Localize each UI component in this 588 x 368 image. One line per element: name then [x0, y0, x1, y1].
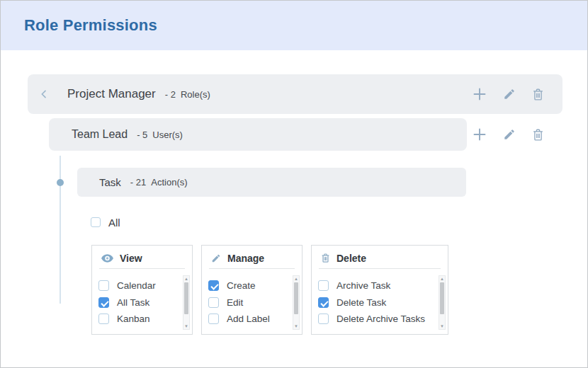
scroll-up-icon[interactable]: ▲: [439, 276, 445, 282]
scroll-up-icon[interactable]: ▲: [293, 276, 299, 282]
permission-item[interactable]: Archive Task: [318, 277, 448, 294]
role-row-actions: [473, 74, 544, 114]
entity-count-unit: Action(s): [151, 177, 187, 188]
scroll-down-icon[interactable]: ▼: [293, 323, 299, 329]
card-header: View: [99, 246, 185, 269]
card-body: Create Edit Add Label ▲ ▼: [202, 272, 302, 334]
scroll-down-icon[interactable]: ▼: [439, 323, 445, 329]
permission-item[interactable]: Kanban: [98, 311, 192, 328]
permission-item[interactable]: Create: [208, 277, 302, 294]
permission-item-label: Calendar: [117, 280, 156, 291]
checkbox-unchecked[interactable]: [208, 297, 219, 308]
permission-item-label: Edit: [227, 297, 243, 308]
scrollbar-thumb[interactable]: [184, 282, 188, 314]
permission-item[interactable]: Edit: [208, 294, 302, 311]
checkbox-checked[interactable]: [208, 280, 219, 291]
permission-item[interactable]: Calendar: [98, 277, 192, 294]
page-title: Role Permissions: [24, 1, 157, 50]
scrollbar-thumb[interactable]: [440, 282, 444, 314]
permission-item-label: Archive Task: [337, 280, 390, 291]
trash-icon[interactable]: [532, 128, 544, 142]
pencil-icon: [211, 253, 221, 263]
plus-icon[interactable]: [473, 87, 487, 101]
scrollbar[interactable]: ▲ ▼: [183, 275, 190, 330]
card-title: Manage: [227, 253, 264, 264]
user-count: - 5: [137, 130, 147, 140]
card-title: Delete: [337, 253, 366, 264]
header-bar: Role Permissions: [1, 1, 587, 50]
permission-card-manage: Manage Create Edit Add Label ▲ ▼: [201, 245, 303, 335]
permission-card-delete: Delete Archive Task Delete Task Delete A…: [311, 245, 448, 335]
role-count: - 2: [165, 89, 176, 100]
select-all-row[interactable]: All: [91, 212, 120, 232]
scrollbar-thumb[interactable]: [294, 282, 298, 314]
plus-icon[interactable]: [473, 127, 487, 142]
permission-item-label: All Task: [117, 297, 149, 308]
permission-item-label: Create: [227, 280, 256, 291]
entity-count: - 21: [130, 177, 146, 188]
eye-icon: [101, 254, 113, 263]
permission-list: Create Edit Add Label: [202, 272, 302, 328]
permission-item[interactable]: All Task: [98, 294, 192, 311]
scroll-down-icon[interactable]: ▼: [183, 323, 189, 329]
permission-item-label: Add Label: [227, 314, 270, 324]
user-count-unit: User(s): [152, 130, 183, 140]
permission-item-label: Kanban: [117, 314, 150, 324]
checkbox-unchecked[interactable]: [98, 314, 109, 324]
permission-item-label: Delete Archive Tasks: [337, 314, 425, 324]
user-row-team-lead[interactable]: Team Lead - 5 User(s): [49, 118, 467, 151]
permission-list: Archive Task Delete Task Delete Archive …: [312, 272, 448, 328]
entity-row-task[interactable]: Task - 21 Action(s): [77, 168, 466, 197]
select-all-label: All: [108, 217, 120, 229]
card-body: Archive Task Delete Task Delete Archive …: [312, 272, 448, 334]
user-row-actions: [473, 118, 544, 151]
permission-list: Calendar All Task Kanban: [92, 272, 192, 328]
user-name: Team Lead: [72, 128, 128, 141]
card-title: View: [120, 253, 142, 264]
permission-item[interactable]: Delete Archive Tasks: [318, 311, 448, 328]
entity-name: Task: [99, 176, 121, 188]
role-permissions-window: Role Permissions Project Manager - 2 Rol…: [0, 0, 588, 368]
permission-item-label: Delete Task: [337, 297, 386, 308]
role-count-unit: Role(s): [181, 89, 210, 100]
tree-connector-dot: [57, 179, 64, 186]
pencil-icon[interactable]: [503, 88, 516, 100]
checkbox-unchecked[interactable]: [208, 314, 219, 324]
checkbox-unchecked[interactable]: [318, 280, 329, 291]
chevron-left-icon[interactable]: [38, 88, 50, 100]
permission-item[interactable]: Delete Task: [318, 294, 448, 311]
card-header: Delete: [319, 246, 441, 269]
checkbox-unchecked[interactable]: [318, 314, 329, 324]
scrollbar[interactable]: ▲ ▼: [293, 275, 300, 330]
scroll-up-icon[interactable]: ▲: [183, 276, 189, 282]
scrollbar[interactable]: ▲ ▼: [439, 275, 446, 330]
tree-connector-line: [60, 156, 61, 304]
pencil-icon[interactable]: [503, 128, 516, 141]
select-all-checkbox[interactable]: [91, 217, 101, 227]
checkbox-checked[interactable]: [98, 297, 109, 308]
trash-icon[interactable]: [532, 88, 544, 101]
permission-card-view: View Calendar All Task Kanban ▲ ▼: [91, 245, 193, 335]
card-body: Calendar All Task Kanban ▲ ▼: [92, 272, 192, 334]
checkbox-unchecked[interactable]: [98, 280, 109, 291]
trash-icon: [321, 253, 330, 263]
role-name: Project Manager: [67, 87, 156, 101]
card-header: Manage: [209, 246, 295, 269]
permission-item[interactable]: Add Label: [208, 311, 302, 328]
checkbox-checked[interactable]: [318, 297, 329, 308]
